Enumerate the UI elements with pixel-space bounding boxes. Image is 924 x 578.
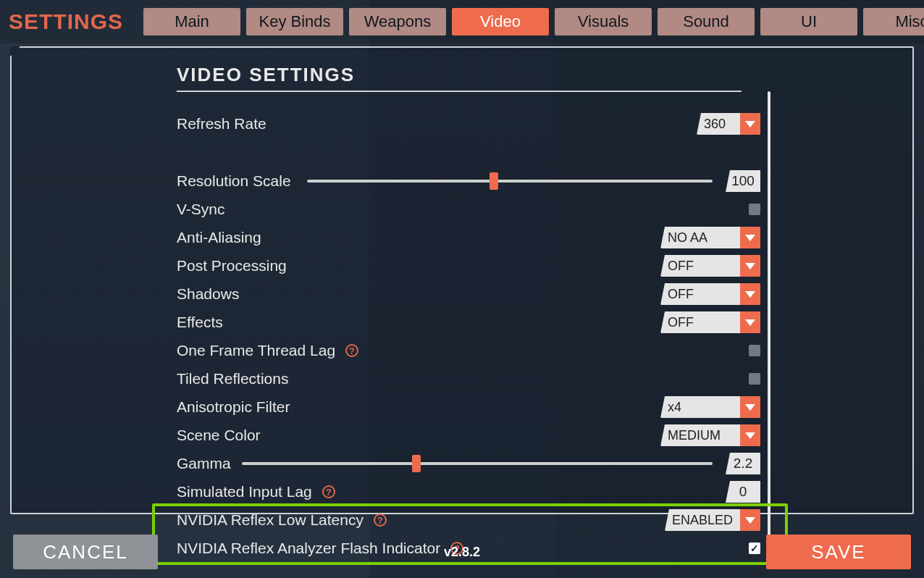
slider-resolution-scale[interactable] [307,180,713,183]
dropdown-value: NO AA [660,230,740,246]
dropdown-value: MEDIUM [660,428,740,443]
slider-thumb[interactable] [412,455,421,472]
row-post-processing: Post Processing OFF [177,254,770,278]
dropdown-value: OFF [660,259,740,274]
chevron-down-icon [740,255,760,277]
row-anti-aliasing: Anti-Aliasing NO AA [177,225,770,250]
dropdown-anisotropic-filter[interactable]: x4 [660,396,760,418]
settings-panel: VIDEO SETTINGS Refresh Rate 360 Resoluti… [10,46,914,514]
dropdown-scene-color[interactable]: MEDIUM [660,424,760,446]
label-vsync: V-Sync [177,201,225,218]
tab-weapons[interactable]: Weapons [349,8,446,35]
dropdown-effects[interactable]: OFF [660,311,760,333]
row-resolution-scale: Resolution Scale 100 [177,169,770,193]
tab-visuals[interactable]: Visuals [555,8,652,35]
checkbox-vsync[interactable] [749,204,760,215]
label-gamma: Gamma [177,455,242,472]
value-resolution-scale[interactable]: 100 [726,170,760,192]
label-tiled-reflections: Tiled Reflections [177,370,288,388]
label-anisotropic-filter: Anisotropic Filter [177,398,290,416]
help-icon[interactable]: ? [322,485,335,498]
dropdown-refresh-rate[interactable]: 360 [697,113,760,135]
footer: CANCEL v2.8.2 SAVE [0,526,924,578]
chevron-down-icon [740,311,760,333]
label-shadows: Shadows [177,285,239,303]
chevron-down-icon [740,283,760,305]
row-shadows: Shadows OFF [177,282,770,306]
dropdown-value: 360 [697,117,740,132]
section-title: VIDEO SETTINGS [177,64,742,92]
slider-thumb[interactable] [490,172,498,190]
topbar: SETTINGS Main Key Binds Weapons Video Vi… [0,0,924,43]
label-resolution-scale: Resolution Scale [177,172,307,190]
row-refresh-rate: Refresh Rate 360 [177,106,770,141]
help-icon[interactable]: ? [374,514,387,527]
help-icon[interactable]: ? [345,344,358,357]
tab-main[interactable]: Main [143,8,240,35]
version-label: v2.8.2 [444,545,480,560]
label-scene-color: Scene Color [177,427,261,444]
row-scene-color: Scene Color MEDIUM [177,423,770,448]
tab-sound[interactable]: Sound [658,8,755,35]
tab-misc[interactable]: Misc [863,8,924,35]
dropdown-post-processing[interactable]: OFF [660,255,760,277]
label-post-processing: Post Processing [177,257,287,275]
slider-gamma[interactable] [242,462,713,465]
row-effects: Effects OFF [177,310,770,335]
label-simulated-input-lag: Simulated Input Lag ? [177,483,335,500]
value-simulated-input-lag[interactable]: 0 [726,481,760,503]
label-text: Simulated Input Lag [177,483,312,500]
row-vsync: V-Sync [177,197,770,222]
cancel-button[interactable]: CANCEL [13,535,158,569]
tabs: Main Key Binds Weapons Video Visuals Sou… [143,8,924,35]
chevron-down-icon [740,227,760,248]
row-anisotropic-filter: Anisotropic Filter x4 [177,395,770,419]
dropdown-value: x4 [660,400,740,415]
dropdown-value: OFF [660,315,740,330]
label-one-frame-thread-lag: One Frame Thread Lag ? [177,342,358,359]
chevron-down-icon [740,424,760,446]
value-gamma[interactable]: 2.2 [726,453,760,474]
save-button[interactable]: SAVE [766,535,911,569]
label-text: One Frame Thread Lag [177,342,335,359]
tab-video[interactable]: Video [452,8,549,35]
row-one-frame-thread-lag: One Frame Thread Lag ? [177,338,770,363]
row-gamma: Gamma 2.2 [177,451,770,476]
page-title: SETTINGS [9,9,123,34]
checkbox-one-frame-thread-lag[interactable] [749,345,760,356]
checkbox-tiled-reflections[interactable] [749,373,760,385]
dropdown-anti-aliasing[interactable]: NO AA [660,227,760,248]
settings-rows: Refresh Rate 360 Resolution Scale [177,106,770,561]
chevron-down-icon [740,113,760,135]
row-simulated-input-lag: Simulated Input Lag ? 0 [177,479,770,504]
tab-key-binds[interactable]: Key Binds [246,8,343,35]
label-refresh-rate: Refresh Rate [177,115,266,133]
dropdown-value: OFF [660,287,740,302]
label-anti-aliasing: Anti-Aliasing [177,229,261,246]
tab-ui[interactable]: UI [760,8,857,35]
row-tiled-reflections: Tiled Reflections [177,367,770,391]
label-effects: Effects [177,314,223,331]
dropdown-shadows[interactable]: OFF [660,283,760,305]
chevron-down-icon [740,396,760,418]
